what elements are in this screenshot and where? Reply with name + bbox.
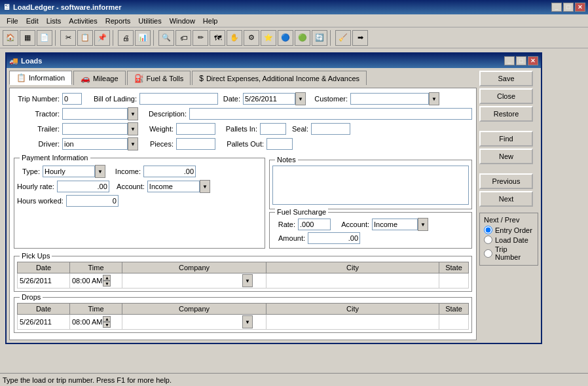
trailer-dropdown[interactable]: ▼: [62, 122, 138, 135]
fuel-account-dropdown[interactable]: ▼: [372, 218, 428, 231]
radio-trip-number[interactable]: Trip Number: [484, 245, 534, 261]
toolbar-cut[interactable]: ✂: [60, 30, 76, 46]
pickup-time-up[interactable]: ▲: [103, 275, 111, 281]
dialog-maximize-button[interactable]: □: [516, 56, 526, 65]
menu-edit[interactable]: Edit: [22, 16, 43, 26]
date-dropdown-arrow[interactable]: ▼: [295, 92, 306, 105]
close-button[interactable]: Close: [479, 88, 533, 104]
menu-help[interactable]: Help: [199, 16, 222, 26]
fuel-amount-input[interactable]: [308, 232, 360, 244]
menu-window[interactable]: Window: [166, 16, 199, 26]
tractor-dropdown-arrow[interactable]: ▼: [128, 107, 138, 120]
toolbar-grid[interactable]: ▦: [20, 30, 35, 46]
dialog-close-button[interactable]: ✕: [528, 56, 538, 65]
pickup-time-down[interactable]: ▼: [103, 281, 111, 287]
toolbar-search[interactable]: 🔍: [158, 30, 174, 46]
close-window-button[interactable]: ✕: [575, 3, 585, 12]
account-input[interactable]: [147, 181, 200, 192]
date-input[interactable]: [243, 93, 295, 105]
find-button[interactable]: Find: [479, 131, 533, 147]
pickup-time-spinner[interactable]: ▲ ▼: [103, 275, 111, 287]
drop-time-spinner[interactable]: ▲ ▼: [103, 316, 111, 328]
radio-entry-order-input[interactable]: [484, 226, 492, 234]
trip-number-input[interactable]: [62, 93, 82, 105]
next-button[interactable]: Next: [479, 191, 533, 207]
driver-input[interactable]: [62, 138, 128, 150]
trailer-input[interactable]: [62, 123, 128, 135]
pickup-company-arrow[interactable]: ▼: [242, 274, 253, 287]
date-dropdown[interactable]: ▼: [243, 92, 306, 105]
toolbar-star[interactable]: ⭐: [261, 30, 276, 46]
toolbar-copy[interactable]: 📋: [77, 30, 93, 46]
menu-file[interactable]: File: [3, 16, 22, 26]
toolbar-doc[interactable]: 📄: [37, 30, 52, 46]
drop-company-input[interactable]: [124, 316, 242, 328]
radio-trip-number-input[interactable]: [484, 249, 492, 258]
toolbar-eraser[interactable]: 🧹: [335, 30, 351, 46]
customer-dropdown[interactable]: ▼: [350, 92, 439, 105]
customer-dropdown-arrow[interactable]: ▼: [429, 92, 439, 105]
menu-reports[interactable]: Reports: [101, 16, 135, 26]
description-input[interactable]: [189, 108, 472, 120]
toolbar-new[interactable]: 🏠: [3, 30, 18, 46]
radio-entry-order[interactable]: Entry Order: [484, 226, 534, 234]
radio-load-date[interactable]: Load Date: [484, 236, 534, 244]
payment-type-dropdown[interactable]: ▼: [43, 165, 105, 178]
drop-state-input[interactable]: [441, 316, 466, 328]
toolbar-edit[interactable]: ✏: [193, 30, 208, 46]
pickup-company-input[interactable]: [124, 275, 242, 287]
new-button[interactable]: New: [479, 149, 533, 164]
tractor-dropdown[interactable]: ▼: [62, 107, 138, 120]
seal-input[interactable]: [311, 123, 350, 135]
bill-of-lading-input[interactable]: [139, 93, 218, 105]
drop-city-input[interactable]: [268, 316, 437, 328]
fuel-account-arrow[interactable]: ▼: [418, 218, 428, 231]
drop-time-up[interactable]: ▲: [103, 316, 111, 322]
drop-time-down[interactable]: ▼: [103, 322, 111, 328]
menu-activities[interactable]: Activities: [65, 16, 101, 26]
toolbar-chart[interactable]: 📊: [135, 30, 151, 46]
payment-type-input[interactable]: [43, 166, 95, 177]
tab-expenses[interactable]: $ Direct Expenses, Additional Income & A…: [192, 71, 367, 85]
menu-utilities[interactable]: Utilities: [134, 16, 165, 26]
hours-worked-input[interactable]: [66, 195, 119, 207]
pallets-out-input[interactable]: [266, 138, 293, 150]
fuel-account-input[interactable]: [372, 219, 418, 230]
save-button[interactable]: Save: [479, 71, 533, 86]
hourly-rate-input[interactable]: [57, 181, 109, 192]
pallets-in-input[interactable]: [260, 123, 286, 135]
pickup-state-input[interactable]: [441, 275, 466, 287]
toolbar-refresh[interactable]: 🔄: [312, 30, 327, 46]
minimize-button[interactable]: _: [551, 3, 562, 12]
maximize-button[interactable]: □: [563, 3, 574, 12]
tractor-input[interactable]: [62, 108, 128, 120]
previous-button[interactable]: Previous: [479, 173, 533, 189]
toolbar-color1[interactable]: 🔵: [278, 30, 293, 46]
tab-fuel[interactable]: ⛽ Fuel & Tolls: [127, 71, 191, 85]
account-dropdown[interactable]: ▼: [147, 180, 210, 193]
account-arrow[interactable]: ▼: [200, 180, 210, 193]
weight-input[interactable]: [176, 123, 215, 135]
tab-mileage[interactable]: 🚗 Mileage: [73, 71, 126, 85]
driver-dropdown[interactable]: ▼: [62, 137, 138, 150]
tab-information[interactable]: 📋 Information: [9, 71, 72, 85]
toolbar-print[interactable]: 🖨: [118, 30, 134, 46]
drop-company-arrow[interactable]: ▼: [242, 315, 253, 328]
dialog-minimize-button[interactable]: _: [504, 56, 515, 65]
toolbar-settings[interactable]: ⚙: [244, 30, 259, 46]
customer-input[interactable]: [350, 93, 429, 105]
toolbar-map[interactable]: 🗺: [210, 30, 225, 46]
driver-dropdown-arrow[interactable]: ▼: [128, 137, 138, 150]
radio-load-date-input[interactable]: [484, 236, 492, 244]
toolbar-arrow[interactable]: ➡: [352, 30, 368, 46]
income-input[interactable]: [143, 166, 196, 177]
trailer-dropdown-arrow[interactable]: ▼: [128, 122, 138, 135]
fuel-rate-input[interactable]: [298, 219, 331, 230]
pickup-city-input[interactable]: [268, 275, 437, 287]
menu-lists[interactable]: Lists: [43, 16, 65, 26]
toolbar-paste[interactable]: 📌: [94, 30, 110, 46]
pieces-input[interactable]: [176, 138, 215, 150]
toolbar-tag[interactable]: 🏷: [175, 30, 191, 46]
toolbar-color2[interactable]: 🟢: [295, 30, 310, 46]
toolbar-hand[interactable]: ✋: [227, 30, 242, 46]
